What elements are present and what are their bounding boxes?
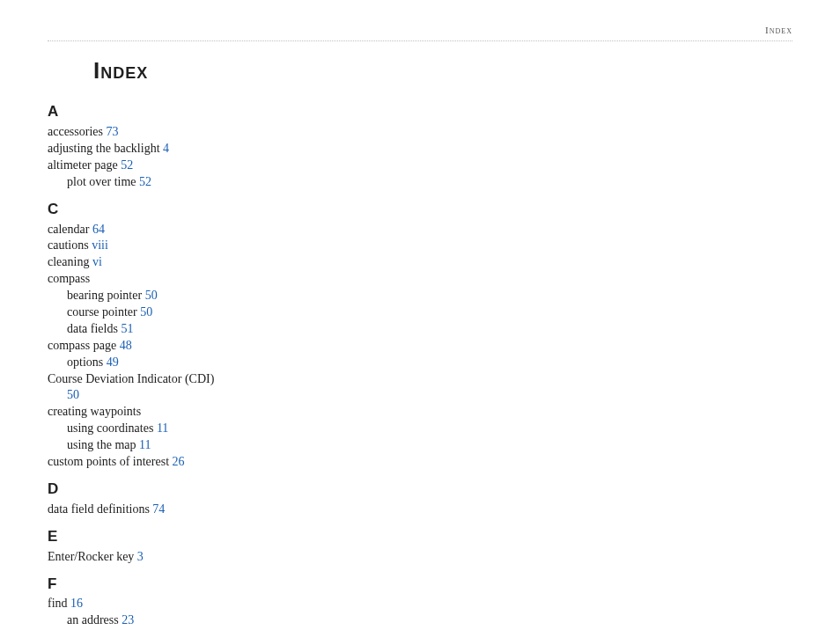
index-entry: calendar 64 xyxy=(48,222,217,238)
page: Index Index Aaccessories 73adjusting the… xyxy=(0,0,840,630)
index-subentry: course pointer 50 xyxy=(48,304,217,321)
index-page-link[interactable]: 50 xyxy=(140,305,152,319)
index-subentry: using the map 11 xyxy=(48,437,217,454)
index-page-link[interactable]: 4 xyxy=(163,142,169,155)
index-page-link[interactable]: viii xyxy=(92,238,108,252)
index-page-link[interactable]: 48 xyxy=(120,339,132,352)
index-page-link[interactable]: vi xyxy=(92,255,102,268)
index-entry-text: custom points of interest xyxy=(48,455,169,468)
index-entry: compass page 48 xyxy=(48,338,217,355)
index-page-link[interactable]: 51 xyxy=(121,322,133,335)
index-page-link[interactable]: 3 xyxy=(137,550,144,563)
index-entry-text: accessories xyxy=(48,125,103,138)
index-page-link[interactable]: 11 xyxy=(157,421,168,435)
index-columns: Index Aaccessories 73adjusting the backl… xyxy=(48,50,792,630)
index-entry: data field definitions 74 xyxy=(48,502,217,518)
index-entry: custom points of interest 26 xyxy=(48,454,217,471)
index-subentry: options 49 xyxy=(48,355,217,371)
index-page-link[interactable]: 73 xyxy=(106,125,118,138)
index-entry: find 16 xyxy=(48,596,217,612)
index-page-link[interactable]: 16 xyxy=(70,597,83,610)
index-entry: creating waypoints xyxy=(48,404,217,421)
index-subentry: using coordinates 11 xyxy=(48,421,217,437)
index-subentry: plot over time 52 xyxy=(48,174,217,191)
index-section-letter: F xyxy=(48,575,217,595)
index-entry-text: altimeter page xyxy=(48,158,118,172)
index-entry-text: plot over time xyxy=(67,175,136,188)
index-section-letter: A xyxy=(48,102,217,122)
index-subentry: bearing pointer 50 xyxy=(48,288,217,304)
index-entry-text: creating waypoints xyxy=(48,405,141,418)
index-entry-text: calendar xyxy=(48,223,89,236)
index-entry-text: Course Deviation Indicator (CDI) xyxy=(48,372,214,385)
index-entry-text: bearing pointer xyxy=(67,289,142,302)
index-entry-text: cleaning xyxy=(48,255,89,268)
index-subentry: data fields 51 xyxy=(48,321,217,338)
index-page-link[interactable]: 52 xyxy=(121,158,133,172)
index-entry-text: data field definitions xyxy=(48,502,150,516)
index-entry-text: using the map xyxy=(67,438,136,451)
index-page-link[interactable]: 23 xyxy=(122,613,134,626)
index-page-link[interactable]: 52 xyxy=(139,175,151,188)
index-entry: cleaning vi xyxy=(48,254,217,271)
index-entry: adjusting the backlight 4 xyxy=(48,141,217,158)
index-section-letter: D xyxy=(48,480,217,500)
index-page-link[interactable]: 74 xyxy=(152,502,165,516)
index-page-link[interactable]: 49 xyxy=(107,355,119,369)
index-entry-text: compass page xyxy=(48,339,116,352)
index-subentry: an address 23 xyxy=(48,612,217,629)
index-entry: cautions viii xyxy=(48,238,217,254)
index-entry-text: data fields xyxy=(67,322,118,335)
index-section-letter: C xyxy=(48,200,217,220)
index-page-link[interactable]: 50 xyxy=(67,388,79,401)
index-section-letter: E xyxy=(48,527,217,547)
index-page-link[interactable]: 26 xyxy=(173,455,185,468)
index-entry-text: options xyxy=(67,355,103,369)
index-entry-text: compass xyxy=(48,272,90,285)
index-page-link[interactable]: 50 xyxy=(145,289,158,302)
index-entry-text: course pointer xyxy=(67,305,137,319)
index-entry: Enter/Rocker key 3 xyxy=(48,549,217,566)
index-entry: altimeter page 52 xyxy=(48,158,217,174)
index-entry-text: an address xyxy=(67,613,119,626)
index-entry-text: adjusting the backlight xyxy=(48,142,160,155)
index-entry: accessories 73 xyxy=(48,124,217,141)
index-entry: Course Deviation Indicator (CDI) 50 xyxy=(48,371,217,405)
running-head: Index xyxy=(48,25,792,41)
index-entry: compass xyxy=(48,271,217,288)
index-entry-text: find xyxy=(48,597,68,610)
index-entry-text: Enter/Rocker key xyxy=(48,550,134,563)
index-entry-text: using coordinates xyxy=(67,421,153,435)
index-entry-text: cautions xyxy=(48,238,89,252)
index-page-link[interactable]: 64 xyxy=(92,223,105,236)
index-page-link[interactable]: 11 xyxy=(139,438,151,451)
index-title: Index xyxy=(93,55,217,86)
